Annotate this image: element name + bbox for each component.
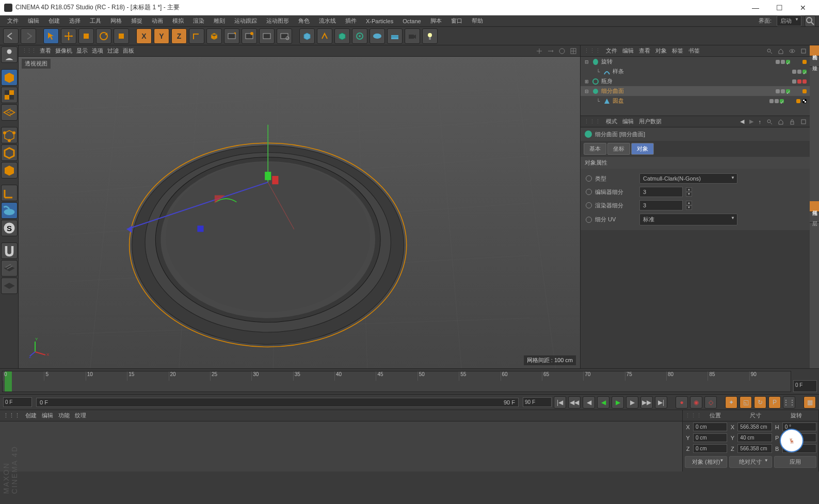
render-view-button[interactable] [224,28,239,44]
play-forward-button[interactable]: ▶ [612,396,624,409]
magnet-button[interactable] [1,242,18,259]
tree-row-spline[interactable]: └ 样条 ✓ [581,67,810,76]
mat-create[interactable]: 创建 [25,412,37,419]
attr-type-select[interactable]: Catmull-Clark(N-Gons) [639,173,737,184]
menu-file[interactable]: 文件 [3,15,23,26]
last-tool-button[interactable] [114,28,129,44]
attr-tab-object[interactable]: 对象 [631,143,654,155]
spinner[interactable]: ▲▼ [686,187,692,197]
vp-nav3-icon[interactable] [558,47,566,55]
deformer-button[interactable] [352,28,367,44]
size-z-input[interactable]: 566.358 cm [737,444,772,453]
size-y-input[interactable]: 40 cm [737,433,772,442]
vp-view[interactable]: 查看 [40,47,51,55]
current-frame[interactable]: 0 F [793,380,817,392]
locked-workplane-button[interactable] [1,278,18,294]
keyframe-sel-button[interactable]: ◇ [704,396,717,409]
attr-render-sub-input[interactable]: 3 [639,200,683,210]
lock-icon[interactable] [789,119,795,125]
layers-icon[interactable] [800,48,807,54]
rotate-button[interactable] [96,28,111,44]
attr-anim-toggle[interactable] [586,189,592,195]
om-objects[interactable]: 对象 [655,47,667,55]
key-param-button[interactable]: P [768,396,781,409]
up-icon[interactable]: ↑ [759,119,762,125]
minimize-button[interactable]: — [744,0,767,15]
goto-prev-key-button[interactable]: ◀◀ [568,396,581,409]
light-button[interactable] [422,28,438,44]
menu-motion-tracker[interactable]: 运动跟踪 [230,15,261,26]
coord-apply-button[interactable]: 应用 [774,456,816,468]
menu-create[interactable]: 创建 [44,15,64,26]
maximize-button[interactable]: ☐ [767,0,791,15]
menu-sculpt[interactable]: 雕刻 [210,15,229,26]
environment-button[interactable] [370,28,385,44]
floor-button[interactable] [387,28,403,44]
vp-filter[interactable]: 过滤 [107,47,119,55]
search-button[interactable] [805,15,816,27]
home-icon[interactable] [778,48,784,54]
axis-x-button[interactable]: X [136,28,152,44]
om-edit[interactable]: 编辑 [622,47,634,55]
coord-size-select[interactable]: 绝对尺寸 [729,456,772,468]
search-icon[interactable] [766,119,773,125]
menu-script[interactable]: 脚本 [426,15,446,26]
render-settings-button[interactable] [277,28,292,44]
start-frame-input[interactable]: 0 F [3,397,32,407]
goto-next-key-button[interactable]: ▶▶ [640,396,653,409]
tree-row-sds[interactable]: ⊟ 细分曲面 ✓ [581,86,810,96]
attr-userdata[interactable]: 用户数据 [639,118,662,125]
prev-frame-button[interactable]: ◀ [583,396,595,409]
vp-cameras[interactable]: 摄像机 [55,47,72,55]
grip-icon[interactable]: ⋮⋮⋮ [584,118,601,125]
camera-button[interactable] [405,28,420,44]
generator-button[interactable] [334,28,350,44]
expand-icon[interactable]: ⊟ [584,59,590,64]
timeline-options-button[interactable]: ▦ [804,396,816,409]
close-button[interactable]: ✕ [791,0,815,15]
goto-end-button[interactable]: ▶| [655,396,667,409]
key-pla-button[interactable]: ⋮⋮ [783,396,795,409]
layout-select[interactable]: 启动 [777,15,801,26]
menu-mesh[interactable]: 网格 [106,15,126,26]
attr-editor-sub-input[interactable]: 3 [639,187,683,197]
texture-mode-button[interactable] [1,87,18,103]
axis-y-button[interactable]: Y [154,28,169,44]
edge-mode-button[interactable] [1,144,18,161]
axis-z-button[interactable]: Z [171,28,187,44]
attr-anim-toggle[interactable] [586,217,592,223]
spinner[interactable]: ▲▼ [686,201,692,210]
search-icon[interactable] [766,48,773,54]
end-frame-input[interactable]: 90 F [523,397,552,407]
attr-tab-coord[interactable]: 坐标 [607,143,630,155]
pos-y-input[interactable]: 0 cm [693,433,727,442]
menu-octane[interactable]: Octane [398,17,425,26]
autokey-button[interactable]: ◉ [690,396,702,409]
vp-display[interactable]: 显示 [76,47,88,55]
vp-nav2-icon[interactable] [547,47,554,55]
viewport-3d[interactable]: 透视视图 [19,57,580,368]
move-button[interactable] [61,28,76,44]
tree-row-bottle[interactable]: ⊞ 瓶身 [581,76,810,86]
menu-animate[interactable]: 动画 [148,15,167,26]
vp-nav1-icon[interactable] [536,47,543,55]
menu-edit[interactable]: 编辑 [24,15,43,26]
render-pv-button[interactable] [242,28,257,44]
eye-icon[interactable] [789,48,795,54]
menu-tools[interactable]: 工具 [86,15,105,26]
cube-primitive-button[interactable] [206,28,222,44]
menu-mograph[interactable]: 运动图形 [262,15,293,26]
goto-start-button[interactable]: |◀ [554,396,566,409]
menu-snap[interactable]: 捕捉 [127,15,147,26]
polygon-mode-button[interactable] [1,162,18,178]
vp-options[interactable]: 选项 [92,47,103,55]
coord-system-button[interactable] [189,28,204,44]
om-tags[interactable]: 标签 [672,47,683,55]
axis-lock-button[interactable] [1,185,18,201]
pos-z-input[interactable]: 0 cm [693,444,727,453]
om-bookmarks[interactable]: 书签 [688,47,700,55]
key-scale-button[interactable]: ◱ [740,396,752,409]
mat-function[interactable]: 功能 [58,412,70,419]
rtab-attr[interactable]: 属性 [810,201,819,212]
attr-tab-basic[interactable]: 基本 [584,143,606,155]
